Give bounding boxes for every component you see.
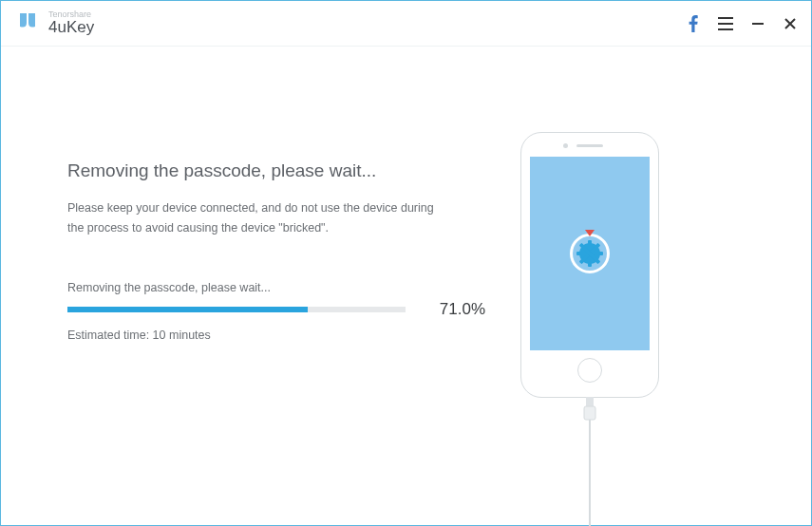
phone-camera-icon — [563, 143, 568, 148]
progress-row: 71.0% — [67, 300, 485, 319]
progress-spinner-icon — [570, 234, 610, 273]
progress-bar — [67, 307, 406, 312]
close-button[interactable] — [781, 14, 800, 33]
brand-text: Tenorshare 4uKey — [48, 10, 94, 37]
title-actions — [684, 14, 800, 33]
phone-illustration — [520, 132, 659, 398]
progress-percent: 71.0% — [440, 300, 485, 319]
status-heading: Removing the passcode, please wait... — [67, 160, 485, 181]
progress-block: Removing the passcode, please wait... 71… — [67, 281, 485, 342]
facebook-icon[interactable] — [684, 14, 703, 33]
svg-rect-0 — [586, 397, 594, 406]
main-content: Removing the passcode, please wait... Pl… — [1, 47, 811, 525]
right-pane — [485, 113, 694, 497]
progress-label: Removing the passcode, please wait... — [67, 281, 485, 294]
estimated-time: Estimated time: 10 minutes — [67, 329, 485, 342]
phone-screen — [530, 157, 650, 350]
phone-home-button-icon — [577, 358, 602, 383]
svg-rect-1 — [584, 406, 595, 420]
app-window: Tenorshare 4uKey Removing the passcode, … — [0, 0, 812, 526]
product-name: 4uKey — [48, 19, 94, 37]
cable-icon — [580, 397, 599, 526]
minimize-button[interactable] — [748, 14, 767, 33]
left-pane: Removing the passcode, please wait... Pl… — [67, 113, 485, 497]
gear-icon — [579, 243, 600, 264]
phone-speaker-icon — [576, 144, 603, 147]
status-description: Please keep your device connected, and d… — [67, 198, 447, 239]
menu-icon[interactable] — [716, 14, 735, 33]
progress-fill — [67, 307, 308, 312]
brand-block: Tenorshare 4uKey — [16, 10, 94, 37]
logo-icon — [16, 10, 39, 37]
title-bar: Tenorshare 4uKey — [1, 1, 811, 47]
